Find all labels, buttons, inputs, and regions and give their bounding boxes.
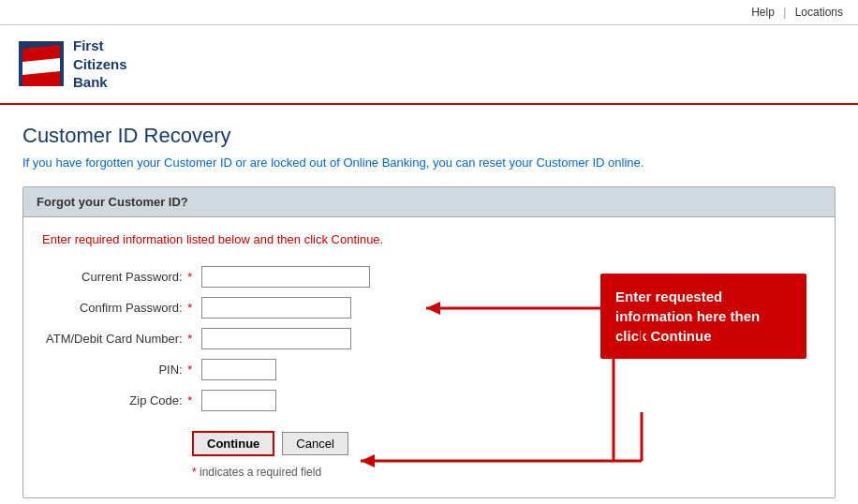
table-row: Zip Code: * [42,385,374,416]
table-row: Current Password: * [42,261,374,292]
header: First Citizens Bank [0,25,858,105]
callout-box: Enter requested information here then cl… [600,274,806,359]
locations-link[interactable]: Locations [795,6,843,19]
zip-code-cell [198,385,374,416]
confirm-password-input[interactable] [201,297,351,319]
logo-area: First Citizens Bank [19,37,127,92]
required-note-text: indicates a required field [200,466,321,479]
page-subtitle: If you have forgotten your Customer ID o… [22,156,836,170]
table-row: Confirm Password: * [42,292,374,323]
atm-card-input[interactable] [201,328,351,349]
cancel-button[interactable]: Cancel [282,432,348,455]
required-star: * [185,332,193,346]
help-link[interactable]: Help [751,6,775,19]
current-password-cell [198,261,374,292]
zip-code-label: Zip Code: * [42,385,198,416]
form-instruction: Enter required information listed below … [42,232,816,246]
form-box-title: Forgot your Customer ID? [23,187,835,217]
pin-cell [198,354,374,385]
svg-marker-5 [426,302,440,315]
table-row: ATM/Debit Card Number: * [42,323,374,354]
pin-label: PIN: * [42,354,198,385]
required-star-note: * [192,466,197,479]
continue-button[interactable]: Continue [192,431,274,456]
atm-card-label: ATM/Debit Card Number: * [42,323,198,354]
confirm-password-label: Confirm Password: * [42,292,198,323]
zip-code-input[interactable] [201,390,276,411]
bank-name: First Citizens Bank [73,37,127,92]
required-star: * [185,363,193,377]
form-box-body: Enter required information listed below … [23,217,835,497]
required-star: * [185,270,193,284]
pin-input[interactable] [201,359,276,380]
confirm-password-cell [198,292,374,323]
form-fields-table: Current Password: * Confirm Password: * [42,261,374,416]
table-row: PIN: * [42,354,374,385]
required-star: * [185,393,193,408]
required-note: * indicates a required field [192,466,816,479]
page-title: Customer ID Recovery [22,124,836,148]
main-content: Customer ID Recovery If you have forgott… [0,105,858,505]
required-star: * [185,301,193,315]
current-password-input[interactable] [201,266,370,288]
current-password-label: Current Password: * [42,261,198,292]
bank-logo-icon [19,41,64,86]
form-box: Forgot your Customer ID? Enter required … [22,186,836,498]
atm-card-cell [198,323,374,354]
top-nav: Help | Locations [0,0,858,25]
button-row: Continue Cancel [192,431,816,456]
nav-separator: | [783,6,786,19]
